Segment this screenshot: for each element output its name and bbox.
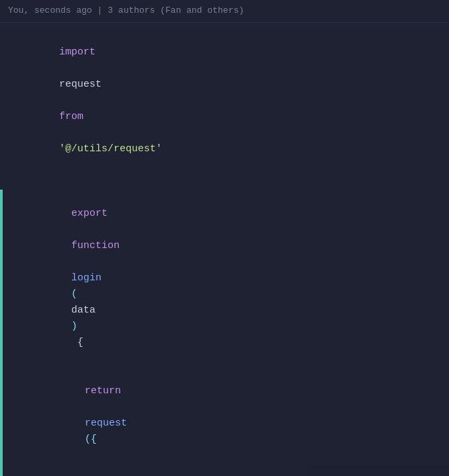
import-line-content: import request from '@/utils/request' [0, 28, 449, 173]
login-block: export function login ( data ) { return … [0, 190, 449, 476]
empty-line-1 [0, 173, 449, 190]
code-container: You, seconds ago | 3 authors (Fan and ot… [0, 0, 449, 476]
login-fn-decl: export function login ( data ) { [0, 190, 449, 367]
login-fn-decl-content: export function login ( data ) { [0, 190, 449, 367]
request-identifier: request [59, 79, 101, 90]
login-return: return request ({ [0, 367, 449, 464]
top-bar: You, seconds ago | 3 authors (Fan and ot… [0, 0, 449, 23]
login-url: url : '/user/login' , You, seconds ago •… [0, 464, 449, 476]
login-return-content: return request ({ [0, 367, 449, 464]
top-bar-text: You, seconds ago | 3 authors (Fan and ot… [8, 5, 244, 15]
code-body: import request from '@/utils/request' ex… [0, 23, 449, 476]
import-line: import request from '@/utils/request' [0, 28, 449, 173]
import-keyword: import [59, 46, 95, 58]
git-blame-overlay: You, seconds ago • Uncomm [306, 464, 449, 476]
from-keyword: from [59, 111, 83, 122]
module-path: '@/utils/request' [59, 143, 162, 155]
